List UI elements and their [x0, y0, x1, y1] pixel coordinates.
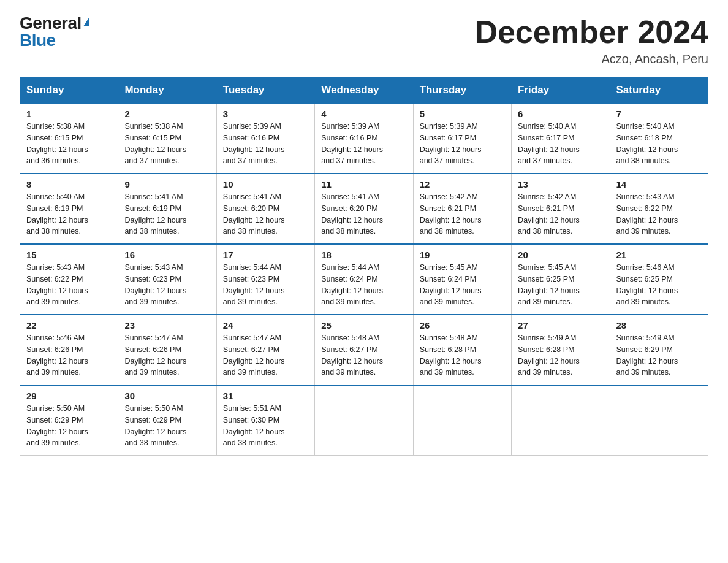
day-number: 30 [124, 391, 210, 401]
calendar-day-cell: 28Sunrise: 5:49 AMSunset: 6:29 PMDayligh… [610, 315, 708, 385]
day-info: Sunrise: 5:41 AMSunset: 6:20 PMDaylight:… [223, 191, 308, 237]
day-number: 20 [518, 250, 603, 260]
calendar-day-cell: 29Sunrise: 5:50 AMSunset: 6:29 PMDayligh… [20, 385, 118, 456]
day-number: 18 [321, 250, 406, 260]
day-number: 12 [420, 179, 505, 190]
calendar-day-cell: 23Sunrise: 5:47 AMSunset: 6:26 PMDayligh… [118, 315, 216, 385]
calendar-day-cell: 31Sunrise: 5:51 AMSunset: 6:30 PMDayligh… [216, 385, 314, 456]
day-number: 28 [616, 320, 702, 331]
day-number: 24 [223, 320, 308, 331]
day-info: Sunrise: 5:49 AMSunset: 6:28 PMDaylight:… [518, 332, 603, 378]
day-info: Sunrise: 5:45 AMSunset: 6:25 PMDaylight:… [518, 262, 603, 308]
day-number: 9 [124, 179, 210, 190]
calendar-day-cell: 5Sunrise: 5:39 AMSunset: 6:17 PMDaylight… [413, 103, 511, 174]
day-number: 23 [124, 320, 210, 331]
page-header: General Blue December 2024 Aczo, Ancash,… [20, 15, 708, 66]
calendar-header-monday: Monday [118, 78, 216, 104]
day-number: 2 [124, 109, 210, 119]
calendar-day-cell: 17Sunrise: 5:44 AMSunset: 6:23 PMDayligh… [216, 244, 314, 315]
day-info: Sunrise: 5:47 AMSunset: 6:26 PMDaylight:… [124, 332, 210, 378]
calendar-day-cell: 16Sunrise: 5:43 AMSunset: 6:23 PMDayligh… [118, 244, 216, 315]
calendar-day-cell: 18Sunrise: 5:44 AMSunset: 6:24 PMDayligh… [315, 244, 413, 315]
day-number: 21 [616, 250, 702, 260]
day-number: 13 [518, 179, 603, 190]
calendar-day-cell: 7Sunrise: 5:40 AMSunset: 6:18 PMDaylight… [610, 103, 708, 174]
calendar-day-cell: 30Sunrise: 5:50 AMSunset: 6:29 PMDayligh… [118, 385, 216, 456]
calendar-day-cell: 14Sunrise: 5:43 AMSunset: 6:22 PMDayligh… [610, 174, 708, 244]
calendar-week-row: 29Sunrise: 5:50 AMSunset: 6:29 PMDayligh… [20, 385, 708, 456]
calendar-day-cell: 27Sunrise: 5:49 AMSunset: 6:28 PMDayligh… [512, 315, 610, 385]
day-info: Sunrise: 5:41 AMSunset: 6:19 PMDaylight:… [124, 191, 210, 237]
day-number: 4 [321, 109, 406, 119]
logo-triangle-icon [83, 18, 89, 26]
calendar-title: December 2024 [474, 15, 708, 50]
calendar-day-cell: 2Sunrise: 5:38 AMSunset: 6:15 PMDaylight… [118, 103, 216, 174]
day-info: Sunrise: 5:51 AMSunset: 6:30 PMDaylight:… [223, 403, 308, 449]
calendar-day-cell: 24Sunrise: 5:47 AMSunset: 6:27 PMDayligh… [216, 315, 314, 385]
day-number: 15 [26, 250, 112, 260]
calendar-day-cell: 10Sunrise: 5:41 AMSunset: 6:20 PMDayligh… [216, 174, 314, 244]
logo-general: General [20, 15, 82, 32]
day-info: Sunrise: 5:39 AMSunset: 6:16 PMDaylight:… [223, 121, 308, 167]
calendar-day-cell: 6Sunrise: 5:40 AMSunset: 6:17 PMDaylight… [512, 103, 610, 174]
calendar-empty-cell [315, 385, 413, 456]
day-info: Sunrise: 5:42 AMSunset: 6:21 PMDaylight:… [518, 191, 603, 237]
day-info: Sunrise: 5:48 AMSunset: 6:27 PMDaylight:… [321, 332, 406, 378]
day-info: Sunrise: 5:43 AMSunset: 6:22 PMDaylight:… [616, 191, 702, 237]
day-info: Sunrise: 5:47 AMSunset: 6:27 PMDaylight:… [223, 332, 308, 378]
day-number: 29 [26, 391, 112, 401]
calendar-day-cell: 11Sunrise: 5:41 AMSunset: 6:20 PMDayligh… [315, 174, 413, 244]
calendar-day-cell: 1Sunrise: 5:38 AMSunset: 6:15 PMDaylight… [20, 103, 118, 174]
day-number: 5 [420, 109, 505, 119]
day-number: 6 [518, 109, 603, 119]
calendar-empty-cell [512, 385, 610, 456]
calendar-day-cell: 25Sunrise: 5:48 AMSunset: 6:27 PMDayligh… [315, 315, 413, 385]
day-info: Sunrise: 5:50 AMSunset: 6:29 PMDaylight:… [124, 403, 210, 449]
day-number: 26 [420, 320, 505, 331]
day-info: Sunrise: 5:39 AMSunset: 6:17 PMDaylight:… [420, 121, 505, 167]
day-info: Sunrise: 5:39 AMSunset: 6:16 PMDaylight:… [321, 121, 406, 167]
calendar-day-cell: 15Sunrise: 5:43 AMSunset: 6:22 PMDayligh… [20, 244, 118, 315]
day-info: Sunrise: 5:38 AMSunset: 6:15 PMDaylight:… [124, 121, 210, 167]
day-info: Sunrise: 5:50 AMSunset: 6:29 PMDaylight:… [26, 403, 112, 449]
calendar-empty-cell [413, 385, 511, 456]
calendar-table: SundayMondayTuesdayWednesdayThursdayFrid… [20, 77, 708, 456]
day-info: Sunrise: 5:42 AMSunset: 6:21 PMDaylight:… [420, 191, 505, 237]
day-info: Sunrise: 5:44 AMSunset: 6:24 PMDaylight:… [321, 262, 406, 308]
calendar-week-row: 8Sunrise: 5:40 AMSunset: 6:19 PMDaylight… [20, 174, 708, 244]
logo: General Blue [20, 15, 89, 49]
calendar-day-cell: 26Sunrise: 5:48 AMSunset: 6:28 PMDayligh… [413, 315, 511, 385]
day-number: 31 [223, 391, 308, 401]
calendar-day-cell: 20Sunrise: 5:45 AMSunset: 6:25 PMDayligh… [512, 244, 610, 315]
calendar-day-cell: 13Sunrise: 5:42 AMSunset: 6:21 PMDayligh… [512, 174, 610, 244]
calendar-week-row: 15Sunrise: 5:43 AMSunset: 6:22 PMDayligh… [20, 244, 708, 315]
calendar-day-cell: 19Sunrise: 5:45 AMSunset: 6:24 PMDayligh… [413, 244, 511, 315]
day-info: Sunrise: 5:48 AMSunset: 6:28 PMDaylight:… [420, 332, 505, 378]
calendar-week-row: 22Sunrise: 5:46 AMSunset: 6:26 PMDayligh… [20, 315, 708, 385]
day-number: 17 [223, 250, 308, 260]
day-number: 16 [124, 250, 210, 260]
calendar-header-thursday: Thursday [413, 78, 511, 104]
day-number: 10 [223, 179, 308, 190]
calendar-subtitle: Aczo, Ancash, Peru [474, 52, 708, 66]
calendar-day-cell: 9Sunrise: 5:41 AMSunset: 6:19 PMDaylight… [118, 174, 216, 244]
day-info: Sunrise: 5:44 AMSunset: 6:23 PMDaylight:… [223, 262, 308, 308]
day-number: 7 [616, 109, 702, 119]
day-info: Sunrise: 5:46 AMSunset: 6:25 PMDaylight:… [616, 262, 702, 308]
calendar-header-friday: Friday [512, 78, 610, 104]
calendar-header-saturday: Saturday [610, 78, 708, 104]
day-info: Sunrise: 5:43 AMSunset: 6:23 PMDaylight:… [124, 262, 210, 308]
day-number: 22 [26, 320, 112, 331]
day-info: Sunrise: 5:41 AMSunset: 6:20 PMDaylight:… [321, 191, 406, 237]
calendar-day-cell: 8Sunrise: 5:40 AMSunset: 6:19 PMDaylight… [20, 174, 118, 244]
day-number: 14 [616, 179, 702, 190]
calendar-header-tuesday: Tuesday [216, 78, 314, 104]
day-info: Sunrise: 5:43 AMSunset: 6:22 PMDaylight:… [26, 262, 112, 308]
calendar-day-cell: 21Sunrise: 5:46 AMSunset: 6:25 PMDayligh… [610, 244, 708, 315]
day-info: Sunrise: 5:38 AMSunset: 6:15 PMDaylight:… [26, 121, 112, 167]
calendar-header-sunday: Sunday [20, 78, 118, 104]
calendar-week-row: 1Sunrise: 5:38 AMSunset: 6:15 PMDaylight… [20, 103, 708, 174]
day-number: 19 [420, 250, 505, 260]
logo-blue: Blue [20, 32, 56, 49]
day-info: Sunrise: 5:40 AMSunset: 6:18 PMDaylight:… [616, 121, 702, 167]
